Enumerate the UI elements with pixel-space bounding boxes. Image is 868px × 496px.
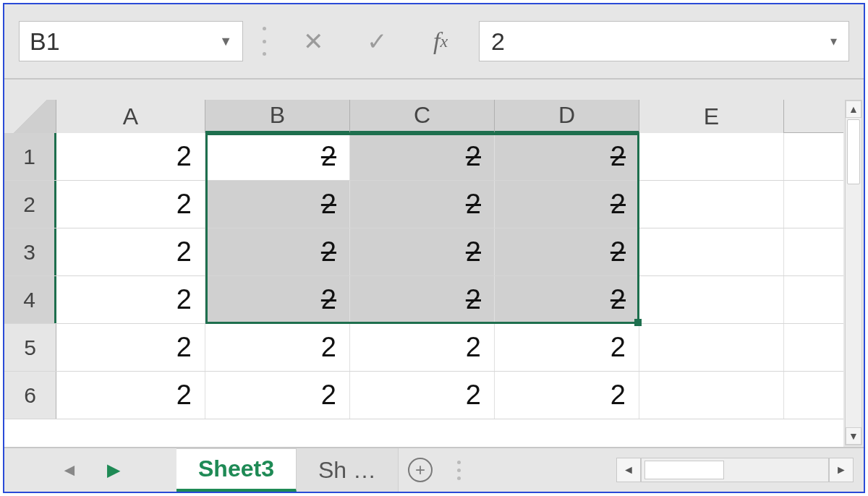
row-header-1[interactable]: 1 bbox=[4, 133, 56, 180]
grid-rows: 1 2 2 2 2 2 2 2 2 2 3 bbox=[4, 133, 843, 447]
sheet-nav-prev-icon[interactable]: ◄ bbox=[61, 460, 78, 480]
cell-D6[interactable]: 2 bbox=[495, 372, 639, 419]
row: 1 2 2 2 2 bbox=[4, 133, 843, 181]
formula-expand-icon[interactable]: ▾ bbox=[830, 33, 837, 49]
row: 6 2 2 2 2 bbox=[4, 372, 843, 419]
cell-E5[interactable] bbox=[639, 324, 784, 371]
scroll-left-icon[interactable]: ◄ bbox=[616, 458, 641, 482]
cell-B4[interactable]: 2 bbox=[205, 276, 350, 323]
name-box-dropdown-icon[interactable]: ▼ bbox=[219, 34, 232, 49]
cell-A6[interactable]: 2 bbox=[56, 372, 205, 419]
row: 5 2 2 2 2 bbox=[4, 324, 843, 372]
cell-E3[interactable] bbox=[639, 228, 784, 275]
col-header-C[interactable]: C bbox=[350, 100, 495, 133]
col-header-D[interactable]: D bbox=[495, 100, 639, 133]
horizontal-scroll-track[interactable] bbox=[641, 458, 829, 482]
formula-bar-splitter-icon[interactable] bbox=[260, 27, 268, 56]
cell-E4[interactable] bbox=[639, 276, 784, 323]
sheet-nav-next-icon[interactable]: ▶ bbox=[107, 460, 120, 480]
scroll-right-icon[interactable]: ► bbox=[829, 458, 854, 482]
row: 2 2 2 2 2 bbox=[4, 181, 843, 228]
cell-D5[interactable]: 2 bbox=[495, 324, 639, 371]
cell-C4[interactable]: 2 bbox=[350, 276, 495, 323]
cell-D1[interactable]: 2 bbox=[495, 133, 639, 180]
col-header-A[interactable]: A bbox=[56, 100, 205, 133]
horizontal-scrollbar[interactable]: ◄ ► bbox=[616, 448, 864, 492]
sheet-tab-active-label: Sheet3 bbox=[198, 456, 274, 482]
column-headers: A B C D E bbox=[4, 100, 843, 133]
grid-inner: A B C D E 1 2 2 2 2 2 2 bbox=[4, 100, 843, 447]
insert-function-button[interactable]: fx bbox=[415, 21, 466, 61]
row-header-5[interactable]: 5 bbox=[4, 324, 56, 371]
row-header-3[interactable]: 3 bbox=[4, 228, 56, 275]
sheet-tab-other[interactable]: Sh … bbox=[297, 448, 399, 492]
confirm-edit-button: ✓ bbox=[352, 21, 402, 61]
horizontal-scroll-thumb[interactable] bbox=[644, 461, 724, 479]
sheet-nav: ◄ ▶ bbox=[4, 448, 176, 492]
scroll-down-icon[interactable]: ▼ bbox=[846, 427, 861, 445]
cell-B5[interactable]: 2 bbox=[205, 324, 350, 371]
formula-input[interactable]: 2 ▾ bbox=[479, 21, 849, 61]
row-header-4[interactable]: 4 bbox=[4, 276, 56, 323]
row-header-6[interactable]: 6 bbox=[4, 372, 56, 419]
cell-B2[interactable]: 2 bbox=[205, 181, 350, 228]
cell-D3[interactable]: 2 bbox=[495, 228, 639, 275]
cell-A3[interactable]: 2 bbox=[56, 228, 205, 275]
add-sheet-button[interactable]: + bbox=[399, 448, 442, 492]
cell-C3[interactable]: 2 bbox=[350, 228, 495, 275]
cell-E1[interactable] bbox=[639, 133, 784, 180]
spreadsheet-grid: A B C D E 1 2 2 2 2 2 2 bbox=[4, 80, 864, 447]
select-all-corner[interactable] bbox=[4, 100, 56, 133]
col-header-B[interactable]: B bbox=[205, 100, 350, 133]
vertical-scroll-thumb[interactable] bbox=[847, 119, 860, 184]
formula-bar: B1 ▼ ✕ ✓ fx 2 ▾ bbox=[4, 4, 864, 80]
cell-B1[interactable]: 2 bbox=[205, 133, 350, 180]
cell-A4[interactable]: 2 bbox=[56, 276, 205, 323]
col-header-E[interactable]: E bbox=[639, 100, 784, 133]
scroll-up-icon[interactable]: ▲ bbox=[846, 101, 861, 118]
cell-C5[interactable]: 2 bbox=[350, 324, 495, 371]
formula-value: 2 bbox=[491, 27, 505, 56]
cell-C1[interactable]: 2 bbox=[350, 133, 495, 180]
excel-window: B1 ▼ ✕ ✓ fx 2 ▾ A B C D E 1 bbox=[3, 3, 865, 493]
cancel-edit-button: ✕ bbox=[288, 21, 339, 61]
vertical-scrollbar[interactable]: ▲ ▼ bbox=[845, 100, 862, 445]
cell-C2[interactable]: 2 bbox=[350, 181, 495, 228]
name-box[interactable]: B1 ▼ bbox=[19, 21, 243, 61]
cell-A2[interactable]: 2 bbox=[56, 181, 205, 228]
cell-B6[interactable]: 2 bbox=[205, 372, 350, 419]
sheet-tab-bar: ◄ ▶ Sheet3 Sh … + ◄ ► bbox=[4, 447, 864, 492]
row-header-2[interactable]: 2 bbox=[4, 181, 56, 228]
cell-D2[interactable]: 2 bbox=[495, 181, 639, 228]
name-box-value: B1 bbox=[30, 27, 60, 56]
sheet-tab-active[interactable]: Sheet3 bbox=[176, 448, 297, 492]
cell-E2[interactable] bbox=[639, 181, 784, 228]
cell-A1[interactable]: 2 bbox=[56, 133, 205, 180]
cell-E6[interactable] bbox=[639, 372, 784, 419]
tabbar-splitter-icon[interactable] bbox=[452, 448, 467, 492]
sheet-tab-other-label: Sh … bbox=[318, 457, 376, 484]
row: 3 2 2 2 2 bbox=[4, 228, 843, 276]
plus-icon: + bbox=[408, 458, 433, 482]
cell-A5[interactable]: 2 bbox=[56, 324, 205, 371]
row: 4 2 2 2 2 bbox=[4, 276, 843, 324]
cell-C6[interactable]: 2 bbox=[350, 372, 495, 419]
cell-D4[interactable]: 2 bbox=[495, 276, 639, 323]
cell-B3[interactable]: 2 bbox=[205, 228, 350, 275]
